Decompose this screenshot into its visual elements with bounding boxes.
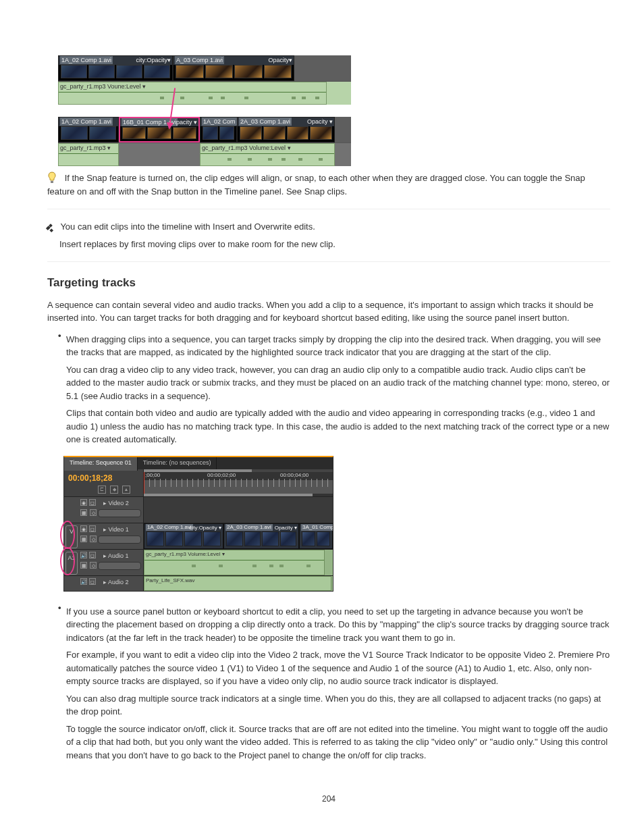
track-header-audio1[interactable]: A1 🔊◻ ▸ Audio 1 ▦◇ [64, 550, 144, 575]
lock-icon[interactable]: ◻ [89, 578, 96, 585]
keyframe-icon[interactable]: ◇ [90, 536, 97, 542]
svg-rect-0 [51, 181, 53, 183]
eye-icon[interactable]: ◉ [80, 525, 87, 532]
hint-paragraph-2: Insert replaces by first moving clips ov… [59, 238, 610, 251]
highlight-circle [60, 547, 75, 575]
track-display-style[interactable] [98, 509, 141, 517]
lock-icon[interactable]: ◻ [89, 525, 96, 532]
speaker-icon[interactable]: 🔊 [80, 552, 87, 558]
bullet-text: Clips that contain both video and audio … [66, 407, 610, 446]
timeline-panel-figure: Timeline: Sequence 01 Timeline: (no sequ… [63, 456, 333, 592]
bullet-text: To toggle the source indicator on/off, c… [66, 723, 610, 762]
lightbulb-icon [47, 172, 57, 184]
lock-icon[interactable]: ◻ [89, 552, 96, 558]
video-clip: 2A_03 Comp 1.avi Opacity ▾ [237, 117, 335, 142]
keyframe-icon[interactable]: ◇ [90, 509, 97, 516]
body-paragraph: A sequence can contain several video and… [47, 298, 610, 325]
playhead[interactable] [144, 472, 144, 496]
timeline-after: 1A_02 Comp 1.avi 16B_01 Comp 1.avi pacit… [58, 117, 351, 166]
four-diamond-icon [47, 224, 54, 231]
figure-insert-edit: 16B_01 Comp 1.avi pacity▾ 1A_02 Comp 1.a… [47, 55, 610, 166]
tip-paragraph: If the Snap feature is turned on, the cl… [47, 172, 610, 198]
highlight-circle [60, 521, 75, 549]
hint-paragraph: You can edit clips into the timeline wit… [47, 220, 610, 234]
bullet-dot-icon: • [58, 601, 66, 766]
timeline-before: 1A_02 Comp 1.avi city:Opacity▾ A_03 Comp… [58, 55, 351, 105]
divider [47, 209, 610, 209]
video-clip: 1A_02 Comp 1.avi city:Opacity▾ [58, 55, 173, 81]
bullet-text: For example, if you want to edit a video… [66, 648, 610, 688]
audio-clip[interactable]: gc_party_r1.mp3 Volume:Level ▾ [144, 550, 325, 575]
track-header-video2[interactable]: ◉◻ ▸ Video 2 ▦◇ [64, 497, 144, 523]
bullet-text: You can drag a video clip to any video t… [66, 363, 610, 403]
video-clip[interactable]: 2A_03 Comp 1.avi Opacity ▾ [223, 523, 299, 549]
page-number: 204 [47, 793, 610, 805]
divider [47, 261, 610, 262]
audio-track: gc_party_r1.mp3 ▾ gc_party_r1.mp3 Volume… [58, 142, 351, 166]
track-display-style[interactable] [98, 562, 141, 570]
video-clip[interactable]: 3A_01 Comp [299, 523, 333, 549]
keyframe-icon[interactable]: ◇ [90, 562, 97, 569]
settings-icon[interactable]: ▲ [122, 486, 130, 494]
video-clip[interactable]: 1A_02 Comp 1.avi city:Opacity ▾ [144, 523, 223, 549]
marker-icon[interactable]: ◆ [110, 486, 118, 494]
track-style-icon[interactable]: ▦ [80, 536, 87, 542]
eye-icon[interactable]: ◉ [80, 499, 87, 506]
track-style-icon[interactable]: ▦ [80, 509, 87, 516]
audio-clip[interactable]: Party_Life_SFX.wav [144, 576, 331, 591]
track-style-icon[interactable]: ▦ [80, 562, 87, 569]
bullet-text: You can also drag multiple source track … [66, 692, 610, 719]
time-ruler[interactable]: ;00;00 00:00;02;00 00:00;04;00 [144, 469, 333, 496]
video-clip: 1A_02 Comp 1.avi [58, 117, 119, 142]
bullet-text: When dragging clips into a sequence, you… [66, 333, 610, 359]
lock-icon[interactable]: ◻ [89, 499, 96, 506]
track-header-audio2[interactable]: 🔊◻ ▸ Audio 2 [64, 576, 144, 591]
section-heading: Targeting tracks [47, 274, 610, 292]
timeline-tab-inactive[interactable]: Timeline: (no sequences) [138, 457, 217, 471]
track-display-style[interactable] [98, 536, 141, 544]
speaker-icon[interactable]: 🔊 [80, 578, 87, 585]
current-time-display[interactable]: 00:00;18;28 [64, 469, 143, 484]
bullet-text: If you use a source panel button or keyb… [66, 605, 610, 645]
video-clip-highlighted: 16B_01 Comp 1.avi pacity ▾ [119, 117, 200, 142]
video-clip: A_03 Comp 1.avi Opacity▾ [173, 55, 294, 81]
bullet-dot-icon: • [58, 329, 66, 450]
snap-icon[interactable]: ⊏ [98, 486, 106, 494]
track-header-video1[interactable]: V ◉◻ ▸ Video 1 ▦◇ [64, 523, 144, 549]
video-clip: 1A_02 Com [200, 117, 237, 142]
timeline-tab-active[interactable]: Timeline: Sequence 01 [64, 457, 138, 471]
audio-track: gc_party_r1.mp3 Voune:Level ▾ [58, 81, 351, 105]
